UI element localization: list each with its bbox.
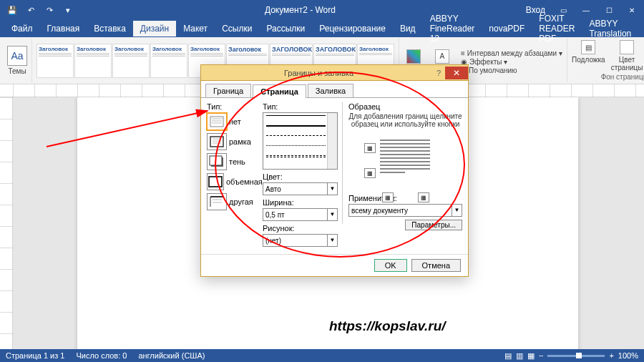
art-select[interactable]: (нет)▼	[263, 234, 338, 247]
border-handle-top[interactable]: ▦	[364, 143, 376, 153]
sample-preview[interactable]: ▦ ▦ ▦ ▦	[364, 132, 447, 190]
zoom-in-icon[interactable]: +	[609, 351, 613, 360]
word-count[interactable]: Число слов: 0	[76, 351, 127, 360]
tab-abbyy-tr[interactable]: ABBYY Translation	[582, 16, 638, 41]
sample-label: Образец	[348, 102, 462, 111]
quick-access: 💾 ↶ ↷ ▾	[0, 2, 80, 18]
zoom-slider[interactable]	[547, 355, 605, 357]
type-column: Тип: нет рамка тень объемная другая	[207, 102, 258, 250]
tab-file[interactable]: Файл	[4, 21, 40, 36]
group-label: Фон страницы	[572, 73, 644, 81]
apply-select[interactable]: всему документу▼	[348, 204, 462, 217]
close-button[interactable]: ✕	[445, 67, 468, 79]
tab-layout[interactable]: Макет	[176, 21, 215, 36]
tab-insert[interactable]: Вставка	[87, 21, 133, 36]
type-3d-icon	[207, 173, 224, 190]
color-label: Цвет:	[263, 172, 338, 181]
help-icon[interactable]: ?	[432, 69, 445, 77]
border-handle-bottom[interactable]: ▦	[364, 168, 376, 178]
watermark-url: https://kopslav.ru/	[329, 318, 446, 334]
svg-rect-10	[209, 177, 222, 187]
line-style-item[interactable]	[266, 155, 326, 157]
apply-label: Применить к:	[348, 194, 462, 202]
chevron-down-icon: ▼	[327, 183, 337, 195]
type-custom-icon	[207, 193, 227, 210]
dialog-title: Границы и заливка	[205, 69, 432, 77]
view-read-icon[interactable]: ▥	[516, 351, 523, 361]
width-label: Ширина:	[263, 198, 338, 207]
ribbon-tabs: Файл Главная Вставка Дизайн Макет Ссылки…	[0, 20, 644, 37]
line-style-item[interactable]	[266, 125, 326, 132]
line-style-item[interactable]	[266, 135, 326, 142]
style-card[interactable]: Заголовок	[112, 44, 150, 78]
style-label: Тип:	[263, 102, 338, 111]
border-handle-right[interactable]: ▦	[418, 192, 429, 202]
themes-button[interactable]: Aa Темы	[7, 46, 27, 75]
width-select[interactable]: 0,5 пт▼	[263, 208, 338, 221]
effects-button[interactable]: ◉ Эффекты ▾	[461, 58, 562, 66]
undo-icon[interactable]: ↶	[23, 2, 39, 18]
line-style-list[interactable]	[263, 112, 338, 170]
ruler-vertical[interactable]	[0, 97, 13, 349]
tab-shading[interactable]: Заливка	[308, 84, 353, 97]
watermark-icon: ▤	[581, 40, 595, 54]
zoom-out-icon[interactable]: −	[539, 351, 543, 360]
tab-view[interactable]: Вид	[393, 21, 423, 36]
page-color-button[interactable]: Цвет страницы	[611, 40, 643, 72]
type-3d[interactable]: объемная	[207, 173, 258, 190]
view-web-icon[interactable]: ▦	[527, 351, 535, 361]
redo-icon[interactable]: ↷	[42, 2, 57, 18]
ok-button[interactable]: OK	[374, 259, 407, 272]
zoom-level[interactable]: 100%	[618, 351, 638, 360]
watermark-button[interactable]: ▤ Подложка	[572, 40, 605, 72]
svg-rect-0	[210, 117, 223, 127]
sample-hint: Для добавления границ щелкните образец и…	[348, 112, 462, 128]
chevron-down-icon: ▼	[327, 235, 337, 246]
tab-border[interactable]: Граница	[205, 84, 251, 97]
type-shadow-icon	[207, 153, 227, 170]
art-label: Рисунок:	[263, 224, 338, 233]
fonts-icon: A	[435, 49, 449, 64]
customize-icon[interactable]: ▾	[60, 2, 76, 18]
dialog-buttons: OK Отмена	[201, 254, 468, 276]
set-default-button[interactable]: ✔ По умолчанию	[461, 67, 562, 74]
colors-icon	[406, 49, 421, 64]
border-handle-left[interactable]: ▦	[382, 192, 394, 202]
tab-references[interactable]: Ссылки	[215, 21, 259, 36]
dialog-body: Тип: нет рамка тень объемная другая Тип:	[201, 98, 468, 254]
type-custom[interactable]: другая	[207, 193, 258, 210]
tab-home[interactable]: Главная	[40, 21, 87, 36]
tell-me[interactable]: 💡 Помощн.	[638, 16, 644, 41]
tab-review[interactable]: Рецензирование	[312, 21, 393, 36]
type-none-icon	[207, 113, 227, 130]
svg-rect-9	[210, 156, 222, 165]
type-label: Тип:	[207, 102, 258, 111]
statusbar: Страница 1 из 1 Число слов: 0 английский…	[0, 349, 644, 362]
tab-design[interactable]: Дизайн	[133, 21, 176, 36]
type-shadow[interactable]: тень	[207, 153, 258, 170]
type-none[interactable]: нет	[207, 113, 258, 130]
tab-novapdf[interactable]: novaPDF	[482, 21, 532, 36]
style-card[interactable]: Заголовок	[150, 44, 187, 78]
tab-mailings[interactable]: Рассылки	[259, 21, 312, 36]
parameters-button[interactable]: Параметры...	[405, 220, 462, 230]
chevron-down-icon: ▼	[327, 209, 337, 220]
color-select[interactable]: Авто▼	[263, 182, 338, 195]
svg-rect-4	[210, 137, 223, 147]
style-card[interactable]: Заголовок	[74, 44, 112, 78]
line-style-item[interactable]	[266, 145, 326, 152]
page-indicator[interactable]: Страница 1 из 1	[6, 351, 64, 360]
sample-column: Образец Для добавления границ щелкните о…	[342, 102, 462, 250]
save-icon[interactable]: 💾	[4, 2, 20, 18]
themes-icon: Aa	[7, 46, 27, 66]
cancel-button[interactable]: Отмена	[411, 259, 461, 272]
view-print-layout-icon[interactable]: ▤	[504, 351, 512, 361]
scrollbar[interactable]	[327, 113, 337, 169]
line-style-item[interactable]	[266, 115, 326, 122]
spacing-button[interactable]: ≡ Интервал между абзацами ▾	[461, 49, 562, 57]
tab-page-border[interactable]: Страница	[253, 84, 306, 98]
dialog-titlebar[interactable]: Границы и заливка ? ✕	[201, 65, 468, 81]
style-card[interactable]: Заголовок	[36, 44, 74, 78]
type-box[interactable]: рамка	[207, 133, 258, 150]
language-indicator[interactable]: английский (США)	[138, 351, 205, 360]
